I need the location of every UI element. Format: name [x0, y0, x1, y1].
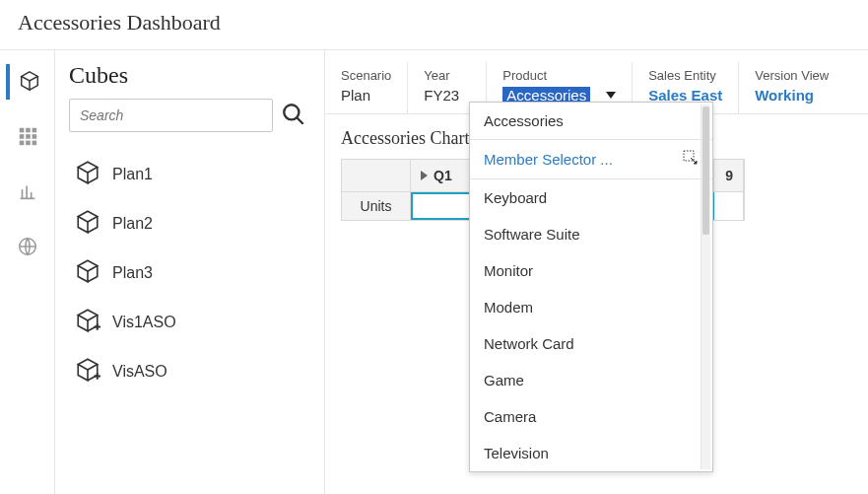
bar-chart-icon: [17, 180, 38, 205]
pov-label: Version View: [755, 68, 829, 83]
pov-value: Plan: [341, 87, 391, 104]
dropdown-item-header[interactable]: Accessories: [470, 103, 712, 139]
grid-icon: [17, 125, 38, 150]
dropdown-item[interactable]: Software Suite: [470, 216, 712, 252]
content: Scenario Plan Year FY23 Product Accessor…: [325, 50, 868, 494]
selector-icon: [683, 150, 699, 169]
dropdown-scroll[interactable]: Accessories Member Selector ... Keyboard…: [470, 103, 712, 471]
cube-icon: [19, 70, 40, 95]
search-input[interactable]: [69, 99, 273, 132]
svg-rect-0: [19, 127, 24, 132]
pov-value: Working: [755, 87, 829, 104]
cube-item-plan3[interactable]: Plan3: [69, 248, 310, 298]
pov-label: Scenario: [341, 68, 391, 83]
search-row: [69, 99, 310, 132]
dropdown-item[interactable]: Monitor: [470, 252, 712, 289]
cube-icon: [75, 258, 100, 288]
rail-grid[interactable]: [8, 119, 47, 155]
search-button[interactable]: [277, 99, 310, 132]
dropdown-item[interactable]: Camera: [470, 398, 712, 435]
cube-item-label: Plan2: [112, 215, 153, 233]
svg-rect-5: [32, 134, 36, 139]
main-area: Cubes Plan1 Plan2 Plan3 Vis1ASO: [0, 50, 868, 494]
col-header-label: Q1: [434, 168, 452, 183]
grid-col-overflow: 9: [714, 160, 744, 192]
cube-item-vis1aso[interactable]: Vis1ASO: [69, 298, 310, 347]
cube-item-label: Plan3: [112, 264, 153, 282]
truncated-value: 9: [725, 168, 733, 183]
cube-item-plan1[interactable]: Plan1: [69, 150, 310, 199]
pov-label: Sales Entity: [648, 68, 722, 83]
pov-version-view[interactable]: Version View Working: [739, 62, 844, 113]
globe-icon: [17, 236, 38, 260]
nav-rail: [0, 50, 55, 494]
cube-item-plan2[interactable]: Plan2: [69, 199, 310, 248]
rail-cubes[interactable]: [6, 64, 45, 100]
sidebar: Cubes Plan1 Plan2 Plan3 Vis1ASO: [55, 50, 325, 494]
cube-item-label: VisASO: [112, 363, 167, 381]
pov-value: FY23: [424, 87, 470, 104]
dropdown-item[interactable]: Television: [470, 435, 712, 471]
cube-icon: [75, 209, 100, 239]
cube-item-label: Plan1: [112, 166, 153, 183]
svg-rect-6: [19, 140, 24, 145]
pov-scenario[interactable]: Scenario Plan: [325, 62, 408, 113]
svg-rect-2: [32, 127, 36, 132]
svg-point-10: [284, 105, 299, 119]
pov-label: Product: [502, 68, 616, 83]
rail-globe[interactable]: [8, 230, 47, 265]
dropdown-item[interactable]: Modem: [470, 289, 712, 325]
chevron-down-icon[interactable]: [606, 92, 616, 99]
svg-rect-1: [26, 127, 31, 132]
cube-icon: [75, 160, 100, 189]
sidebar-heading: Cubes: [69, 62, 310, 89]
svg-rect-8: [32, 140, 36, 145]
product-dropdown: Accessories Member Selector ... Keyboard…: [469, 102, 713, 472]
svg-rect-7: [26, 140, 31, 145]
scrollbar[interactable]: [701, 105, 710, 469]
grid-corner: [342, 160, 411, 192]
cube-plus-icon: [75, 357, 100, 387]
cube-item-visaso[interactable]: VisASO: [69, 347, 310, 396]
dropdown-item[interactable]: Keyboard: [470, 179, 712, 216]
grid-cell-overflow: [714, 192, 744, 220]
expand-icon[interactable]: [421, 171, 428, 180]
dropdown-item[interactable]: Game: [470, 362, 712, 398]
cube-item-label: Vis1ASO: [112, 314, 176, 331]
grid-row-header[interactable]: Units: [342, 192, 411, 220]
cube-plus-icon: [75, 308, 100, 337]
scrollbar-thumb[interactable]: [702, 106, 709, 235]
pov-label: Year: [424, 68, 470, 83]
svg-rect-3: [19, 134, 24, 139]
dropdown-item[interactable]: Network Card: [470, 325, 712, 362]
page-title: Accessories Dashboard: [0, 0, 868, 50]
svg-rect-4: [26, 134, 31, 139]
search-icon: [281, 102, 306, 130]
member-selector-label: Member Selector ...: [484, 151, 613, 168]
dropdown-member-selector[interactable]: Member Selector ...: [470, 139, 712, 179]
rail-chart[interactable]: [8, 175, 47, 210]
